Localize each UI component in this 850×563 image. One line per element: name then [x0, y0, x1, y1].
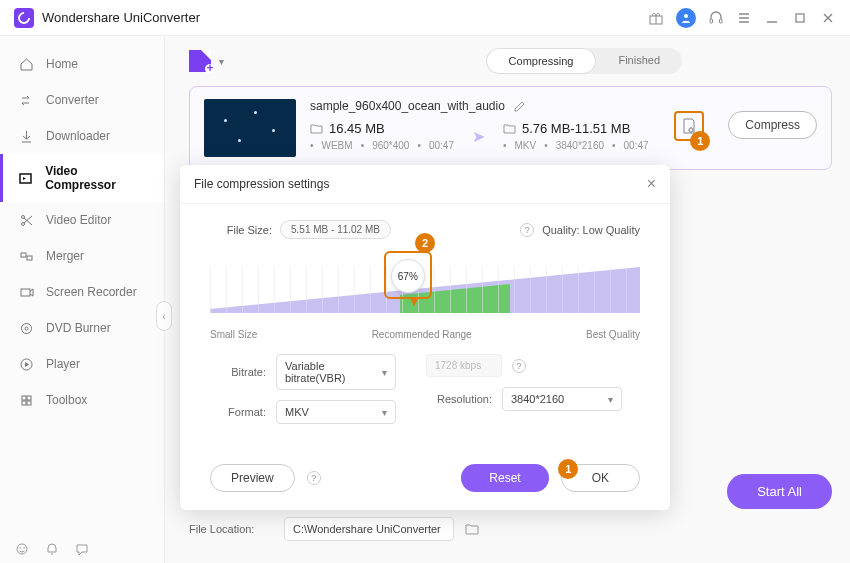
notification-icon[interactable] — [44, 541, 60, 557]
sidebar-item-merger[interactable]: Merger — [0, 238, 164, 274]
svg-rect-4 — [720, 19, 723, 23]
merge-icon — [18, 248, 34, 264]
svg-rect-23 — [22, 401, 26, 405]
svg-point-25 — [689, 128, 693, 132]
svg-point-34 — [23, 547, 24, 548]
file-location-label: File Location: — [189, 523, 274, 535]
svg-rect-15 — [21, 253, 26, 257]
sidebar-item-video-editor[interactable]: Video Editor — [0, 202, 164, 238]
bitrate-select[interactable]: Variable bitrate(VBR)▾ — [276, 354, 396, 390]
disc-icon — [18, 320, 34, 336]
modal-filesize-value: 5.51 MB - 11.02 MB — [280, 220, 391, 239]
add-file-chevron-icon[interactable]: ▾ — [219, 56, 224, 67]
converter-icon — [18, 92, 34, 108]
recorder-icon — [18, 284, 34, 300]
headset-icon[interactable] — [708, 10, 724, 26]
app-title: Wondershare UniConverter — [42, 10, 200, 25]
add-file-button[interactable] — [189, 50, 211, 72]
download-icon — [18, 128, 34, 144]
svg-rect-16 — [27, 256, 32, 260]
bitrate-kbps-field: 1728 kbps — [426, 354, 502, 377]
file-location-field[interactable]: C:\Wondershare UniConverter — [284, 517, 454, 541]
svg-rect-24 — [27, 401, 31, 405]
sidebar-item-label: Video Compressor — [45, 164, 146, 192]
sidebar-item-player[interactable]: Player — [0, 346, 164, 382]
callout-1: 1 — [690, 131, 710, 151]
bitrate-label: Bitrate: — [210, 366, 266, 378]
modal-quality-label: Quality: Low Quality — [542, 224, 640, 236]
graph-label-small: Small Size — [210, 329, 257, 340]
sidebar-item-downloader[interactable]: Downloader — [0, 118, 164, 154]
tab-compressing[interactable]: Compressing — [486, 48, 597, 74]
resolution-label: Resolution: — [426, 393, 492, 405]
gift-icon[interactable] — [648, 10, 664, 26]
callout-1b: 1 — [558, 459, 578, 479]
sidebar-item-home[interactable]: Home — [0, 46, 164, 82]
sidebar-item-screen-recorder[interactable]: Screen Recorder — [0, 274, 164, 310]
svg-point-19 — [25, 327, 28, 330]
edit-name-icon[interactable] — [513, 100, 526, 113]
dst-res: 3840*2160 — [556, 140, 604, 151]
sidebar-item-label: DVD Burner — [46, 321, 111, 335]
modal-filesize-label: File Size: — [210, 224, 272, 236]
src-size: 16.45 MB — [329, 121, 385, 136]
open-folder-icon[interactable] — [464, 521, 480, 537]
graph-label-recommended: Recommended Range — [372, 329, 472, 340]
feedback-icon[interactable] — [14, 541, 30, 557]
sidebar-item-label: Toolbox — [46, 393, 87, 407]
file-name: sample_960x400_ocean_with_audio — [310, 99, 505, 113]
resolution-select[interactable]: 3840*2160▾ — [502, 387, 622, 411]
sidebar: Home Converter Downloader Video Compress… — [0, 36, 165, 563]
compression-graph[interactable]: 67% ▼ 2 — [210, 253, 640, 325]
start-all-button[interactable]: Start All — [727, 474, 832, 509]
format-select[interactable]: MKV▾ — [276, 400, 396, 424]
slider-handle[interactable]: 67% — [391, 259, 425, 293]
sidebar-item-label: Converter — [46, 93, 99, 107]
preview-button[interactable]: Preview — [210, 464, 295, 492]
svg-point-33 — [19, 547, 20, 548]
folder-icon — [503, 122, 516, 135]
maximize-icon[interactable] — [792, 10, 808, 26]
pin-icon: ▼ — [407, 293, 421, 309]
svg-rect-3 — [710, 19, 713, 23]
modal-title: File compression settings — [194, 177, 329, 191]
message-icon[interactable] — [74, 541, 90, 557]
sidebar-item-label: Player — [46, 357, 80, 371]
svg-rect-17 — [21, 289, 30, 296]
help-icon[interactable]: ? — [307, 471, 321, 485]
dst-size: 5.76 MB-11.51 MB — [522, 121, 630, 136]
sidebar-item-toolbox[interactable]: Toolbox — [0, 382, 164, 418]
sidebar-item-label: Screen Recorder — [46, 285, 137, 299]
menu-icon[interactable] — [736, 10, 752, 26]
close-icon[interactable] — [820, 10, 836, 26]
scissors-icon — [18, 212, 34, 228]
sidebar-item-label: Home — [46, 57, 78, 71]
app-logo — [14, 8, 34, 28]
svg-rect-21 — [22, 396, 26, 400]
video-thumbnail — [204, 99, 296, 157]
reset-button[interactable]: Reset — [461, 464, 548, 492]
sidebar-item-dvd-burner[interactable]: DVD Burner — [0, 310, 164, 346]
dst-dur: 00:47 — [624, 140, 649, 151]
toolbox-icon — [18, 392, 34, 408]
sidebar-item-label: Downloader — [46, 129, 110, 143]
tab-finished[interactable]: Finished — [596, 48, 682, 74]
minimize-icon[interactable] — [764, 10, 780, 26]
titlebar: Wondershare UniConverter — [0, 0, 850, 36]
modal-close-button[interactable]: × — [647, 175, 656, 193]
sidebar-item-video-compressor[interactable]: Video Compressor — [0, 154, 164, 202]
file-card: sample_960x400_ocean_with_audio 16.45 MB… — [189, 86, 832, 170]
sidebar-item-label: Merger — [46, 249, 84, 263]
user-avatar[interactable] — [676, 8, 696, 28]
sidebar-item-converter[interactable]: Converter — [0, 82, 164, 118]
compress-button[interactable]: Compress — [728, 111, 817, 139]
compression-settings-modal: File compression settings × File Size: 5… — [180, 165, 670, 510]
file-settings-button[interactable]: 1 — [674, 111, 704, 141]
help-icon[interactable]: ? — [512, 359, 526, 373]
compress-icon — [18, 170, 33, 186]
format-label: Format: — [210, 406, 266, 418]
src-res: 960*400 — [372, 140, 409, 151]
src-dur: 00:47 — [429, 140, 454, 151]
home-icon — [18, 56, 34, 72]
help-icon[interactable]: ? — [520, 223, 534, 237]
